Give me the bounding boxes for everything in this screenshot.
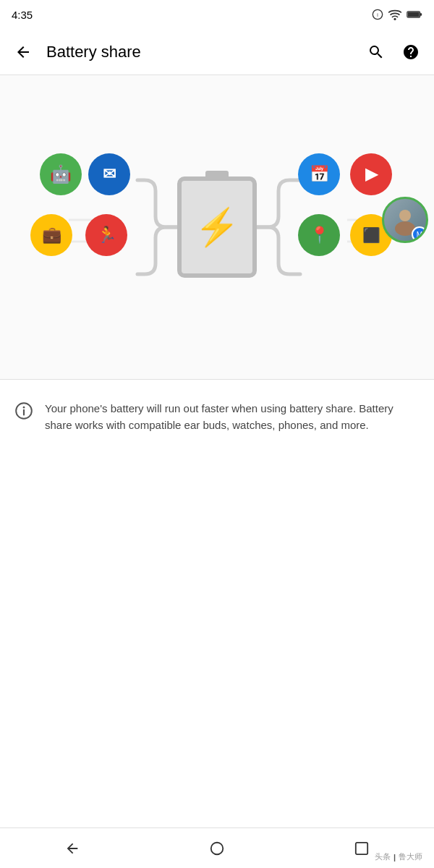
info-icon: [14, 400, 33, 423]
app-icon-fitness: 🏃: [85, 214, 127, 256]
hero-illustration: ⚡ 🤖 ✉ 💼 🏃 📅 ▶ 📍 ⬛ M: [0, 75, 434, 379]
status-bar: 4:35 i: [0, 0, 434, 29]
search-button[interactable]: [359, 35, 393, 69]
app-icon-android: 🤖: [40, 153, 82, 195]
app-icon-work: 💼: [30, 214, 72, 256]
svg-point-11: [211, 842, 224, 854]
help-button[interactable]: [393, 35, 428, 69]
battery-bolt-icon: ⚡: [195, 209, 239, 245]
wifi-icon: [388, 9, 402, 20]
svg-point-6: [399, 210, 411, 221]
page-title: Battery share: [41, 43, 359, 61]
battery-status-icon: [407, 9, 422, 20]
svg-text:i: i: [377, 12, 378, 17]
svg-point-2: [393, 18, 396, 20]
svg-rect-12: [356, 842, 367, 854]
lock-icon: i: [372, 9, 383, 20]
svg-rect-5: [408, 12, 420, 17]
app-icon-calendar: 📅: [298, 153, 340, 195]
battery-top-nub: [205, 171, 229, 178]
watermark-logo: 头条 | 鲁大师: [375, 851, 422, 862]
app-bar: Battery share: [0, 29, 434, 75]
battery-icon-large: ⚡: [177, 176, 257, 278]
app-icon-video: ▶: [350, 153, 392, 195]
nav-back-button[interactable]: [54, 830, 90, 867]
status-icons: i: [372, 9, 422, 20]
info-description: Your phone's battery will run out faster…: [45, 400, 420, 434]
avatar-icon: M: [382, 197, 428, 243]
app-icon-location: 📍: [298, 214, 340, 256]
back-button[interactable]: [6, 35, 41, 69]
svg-rect-4: [420, 13, 422, 15]
bottom-nav: 头条 | 鲁大师: [0, 827, 434, 868]
nav-home-button[interactable]: [199, 830, 235, 867]
status-time: 4:35: [12, 9, 33, 21]
svg-point-10: [23, 407, 25, 409]
info-section: Your phone's battery will run out faster…: [0, 379, 434, 454]
app-bar-actions: [359, 35, 428, 69]
app-icon-mail: ✉: [88, 153, 130, 195]
